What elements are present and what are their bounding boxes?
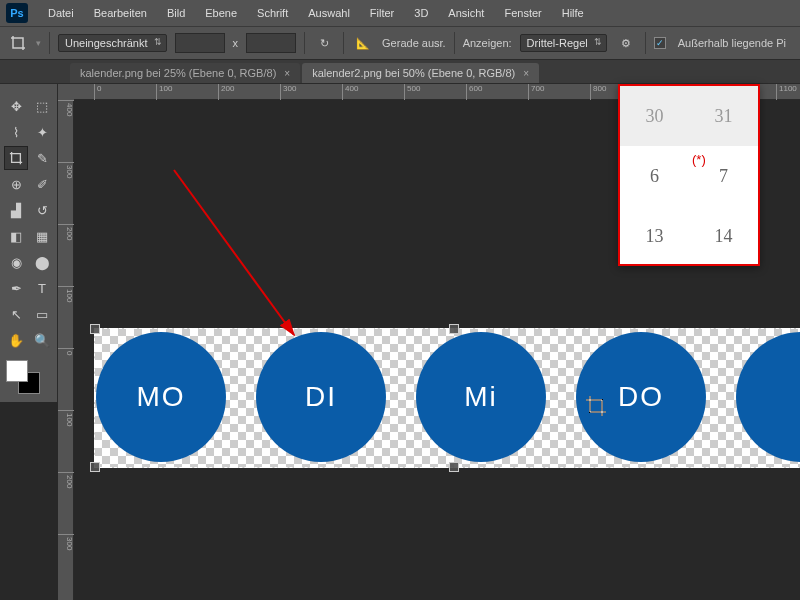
ruler-tick: 500	[404, 84, 420, 100]
tab-kalender[interactable]: kalender.png bei 25% (Ebene 0, RGB/8) ×	[70, 63, 300, 83]
calendar-cell: 14	[689, 206, 758, 266]
ruler-tick: 300	[58, 162, 74, 178]
ruler-tick: 200	[58, 224, 74, 240]
menu-file[interactable]: Datei	[40, 4, 82, 22]
ruler-tick: 200	[218, 84, 234, 100]
crop-handle-tl[interactable]	[90, 324, 100, 334]
history-brush-tool[interactable]: ↺	[30, 198, 54, 222]
vertical-ruler[interactable]: 400 300 200 100 0 100 200 300	[58, 100, 74, 600]
ruler-tick: 100	[58, 286, 74, 302]
ruler-tick: 0	[58, 348, 74, 355]
x-separator: x	[233, 37, 239, 49]
delete-cropped-label: Außerhalb liegende Pi	[678, 37, 786, 49]
ruler-tick: 600	[466, 84, 482, 100]
menu-window[interactable]: Fenster	[496, 4, 549, 22]
tab-label: kalender.png bei 25% (Ebene 0, RGB/8)	[80, 67, 276, 79]
heal-tool[interactable]: ⊕	[4, 172, 28, 196]
rotate-icon[interactable]: ↻	[313, 32, 335, 54]
ruler-tick: 400	[342, 84, 358, 100]
ruler-tick: 100	[58, 410, 74, 426]
calendar-cell: 31	[689, 86, 758, 146]
menu-image[interactable]: Bild	[159, 4, 193, 22]
calendar-row: 30 31	[620, 86, 758, 146]
brush-tool[interactable]: ✐	[30, 172, 54, 196]
options-bar: ▾ Uneingeschränkt x ↻ 📐 Gerade ausr. Anz…	[0, 26, 800, 60]
show-label: Anzeigen:	[463, 37, 512, 49]
eraser-tool[interactable]: ◧	[4, 224, 28, 248]
straighten-label: Gerade ausr.	[382, 37, 446, 49]
tab-label: kalender2.png bei 50% (Ebene 0, RGB/8)	[312, 67, 515, 79]
menu-3d[interactable]: 3D	[406, 4, 436, 22]
crop-cursor-icon	[586, 396, 606, 416]
hand-tool[interactable]: ✋	[4, 328, 28, 352]
tab-kalender2[interactable]: kalender2.png bei 50% (Ebene 0, RGB/8) ×	[302, 63, 539, 83]
calendar-cell: 30	[620, 86, 689, 146]
pen-tool[interactable]: ✒	[4, 276, 28, 300]
menu-help[interactable]: Hilfe	[554, 4, 592, 22]
calendar-row: 13 14	[620, 206, 758, 266]
path-tool[interactable]: ↖	[4, 302, 28, 326]
toolbox: ✥ ⬚ ⌇ ✦ ✎ ⊕ ✐ ▟ ↺ ◧ ▦ ◉ ⬤ ✒ T ↖ ▭ ✋ 🔍	[0, 84, 58, 402]
crop-marquee[interactable]	[94, 328, 800, 468]
menu-type[interactable]: Schrift	[249, 4, 296, 22]
calendar-row: 6 7	[620, 146, 758, 206]
gradient-tool[interactable]: ▦	[30, 224, 54, 248]
ruler-corner	[58, 84, 74, 100]
ruler-tick: 400	[58, 100, 74, 116]
eyedropper-tool[interactable]: ✎	[30, 146, 54, 170]
menu-view[interactable]: Ansicht	[440, 4, 492, 22]
crop-tool[interactable]	[4, 146, 28, 170]
delete-cropped-checkbox[interactable]: ✓	[654, 37, 666, 49]
crop-handle-tm[interactable]	[449, 324, 459, 334]
calendar-star: (*)	[692, 152, 706, 167]
type-tool[interactable]: T	[30, 276, 54, 300]
fg-color-swatch[interactable]	[6, 360, 28, 382]
ruler-tick: 700	[528, 84, 544, 100]
marquee-tool[interactable]: ⬚	[30, 94, 54, 118]
ruler-tick: 300	[280, 84, 296, 100]
document-tabs: kalender.png bei 25% (Ebene 0, RGB/8) × …	[0, 60, 800, 84]
ruler-tick: 200	[58, 472, 74, 488]
ruler-tick: 100	[156, 84, 172, 100]
calendar-cell: 13	[620, 206, 689, 266]
crop-width-input[interactable]	[175, 33, 225, 53]
crop-tool-icon[interactable]	[8, 33, 28, 53]
lasso-tool[interactable]: ⌇	[4, 120, 28, 144]
calendar-cell: 6	[620, 146, 689, 206]
blur-tool[interactable]: ◉	[4, 250, 28, 274]
color-swatches[interactable]	[4, 358, 44, 398]
ruler-tick: 300	[58, 534, 74, 550]
dodge-tool[interactable]: ⬤	[30, 250, 54, 274]
overlay-dropdown[interactable]: Drittel-Regel	[520, 34, 607, 52]
crop-height-input[interactable]	[246, 33, 296, 53]
calendar-popup: 30 31 6 7 13 14 (*)	[618, 84, 760, 266]
stamp-tool[interactable]: ▟	[4, 198, 28, 222]
ruler-tick: 800	[590, 84, 606, 100]
shape-tool[interactable]: ▭	[30, 302, 54, 326]
ruler-tick: 1100	[776, 84, 797, 100]
move-tool[interactable]: ✥	[4, 94, 28, 118]
gear-icon[interactable]: ⚙	[615, 32, 637, 54]
close-icon[interactable]: ×	[284, 68, 290, 79]
menu-layer[interactable]: Ebene	[197, 4, 245, 22]
close-icon[interactable]: ×	[523, 68, 529, 79]
svg-line-0	[174, 170, 294, 335]
menu-select[interactable]: Auswahl	[300, 4, 358, 22]
menu-filter[interactable]: Filter	[362, 4, 402, 22]
menu-edit[interactable]: Bearbeiten	[86, 4, 155, 22]
straighten-icon[interactable]: 📐	[352, 32, 374, 54]
ruler-tick: 0	[94, 84, 101, 100]
app-logo: Ps	[6, 3, 28, 23]
menu-bar: Ps Datei Bearbeiten Bild Ebene Schrift A…	[0, 0, 800, 26]
zoom-tool[interactable]: 🔍	[30, 328, 54, 352]
crop-preset-dropdown[interactable]: Uneingeschränkt	[58, 34, 167, 52]
crop-handle-bl[interactable]	[90, 462, 100, 472]
wand-tool[interactable]: ✦	[30, 120, 54, 144]
crop-handle-bm[interactable]	[449, 462, 459, 472]
